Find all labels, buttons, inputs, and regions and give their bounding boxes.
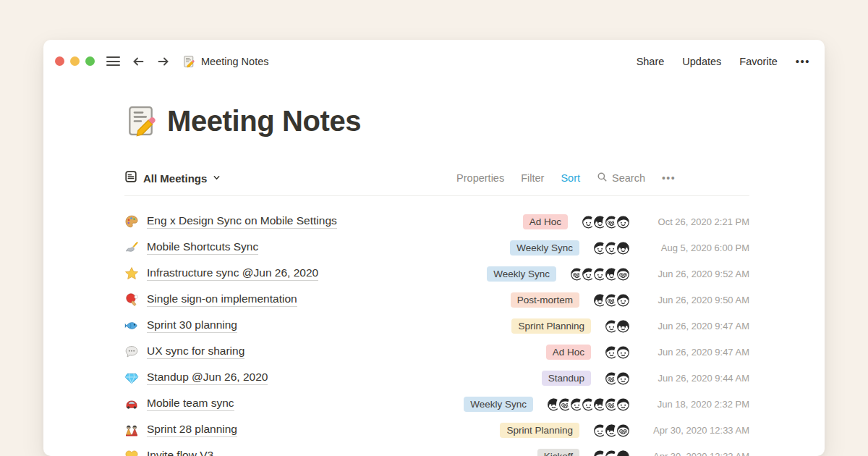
table-row[interactable]: UX sync for sharing Ad Hoc Jun 26, 2020 … (124, 339, 749, 365)
person-avatar (616, 449, 631, 456)
traffic-lights (55, 56, 95, 66)
zoom-window-button[interactable] (85, 56, 95, 66)
speech-balloon-icon (124, 345, 139, 359)
memo-icon (182, 55, 195, 68)
meeting-title-link[interactable]: Single sign-on implementation (147, 292, 297, 307)
attendee-avatars (592, 292, 631, 308)
table-row[interactable]: Sprint 30 planning Sprint Planning Jun 2… (124, 313, 749, 339)
sort-button[interactable]: Sort (561, 172, 580, 184)
sidebar-menu-icon[interactable] (106, 56, 120, 66)
attendee-avatars (592, 449, 631, 456)
person-avatar (616, 240, 631, 256)
search-button[interactable]: Search (597, 172, 645, 185)
person-avatar (616, 214, 631, 229)
gem-icon (124, 371, 139, 385)
created-date: Apr 30, 2020 12:33 AM (641, 425, 749, 436)
meeting-title-link[interactable]: Sprint 30 planning (147, 318, 237, 333)
type-tag[interactable]: Weekly Sync (487, 266, 556, 282)
palette-icon (124, 214, 139, 229)
new-button-label[interactable]: New (692, 168, 730, 188)
created-date: Oct 26, 2020 2:21 PM (641, 216, 749, 227)
meeting-title-link[interactable]: UX sync for sharing (147, 345, 244, 359)
created-date: Jun 26, 2020 9:44 AM (641, 373, 749, 384)
created-date: Jun 18, 2020 2:32 PM (641, 399, 749, 410)
page-header: Meeting Notes (124, 104, 749, 138)
breadcrumb-page-title[interactable]: Meeting Notes (201, 56, 269, 67)
meeting-title-link[interactable]: Infrastructure sync @Jun 26, 2020 (147, 266, 318, 281)
chevron-down-icon (213, 172, 221, 185)
car-icon (124, 397, 139, 411)
person-avatar (616, 371, 631, 386)
type-tag[interactable]: Ad Hoc (546, 345, 591, 360)
created-date: Jun 26, 2020 9:47 AM (641, 347, 749, 358)
type-tag[interactable]: Ad Hoc (523, 214, 568, 229)
toolbar-more-icon[interactable]: ••• (662, 172, 676, 184)
view-switcher[interactable]: All Meetings (124, 170, 221, 186)
created-date: Jun 26, 2020 9:50 AM (641, 295, 749, 305)
attendee-avatars (546, 397, 631, 412)
meeting-title-link[interactable]: Mobile team sync (147, 397, 234, 411)
ping-pong-icon (124, 292, 139, 307)
attendee-avatars (604, 345, 631, 360)
meetings-list: Eng x Design Sync on Mobile Settings Ad … (124, 208, 749, 456)
page-memo-icon (124, 104, 158, 138)
person-avatar (616, 397, 631, 412)
dolls-icon (124, 423, 139, 437)
table-row[interactable]: Infrastructure sync @Jun 26, 2020 Weekly… (124, 261, 749, 287)
table-row[interactable]: Mobile team sync Weekly Sync Jun 18, 202… (124, 391, 749, 417)
star-icon (124, 266, 139, 281)
favorite-button[interactable]: Favorite (739, 56, 777, 67)
toolbar-divider (124, 195, 749, 196)
table-row[interactable]: Eng x Design Sync on Mobile Settings Ad … (124, 208, 749, 235)
new-button-chevron-icon[interactable] (731, 168, 749, 188)
table-row[interactable]: Standup @Jun 26, 2020 Standup Jun 26, 20… (124, 365, 749, 391)
attendee-avatars (592, 423, 631, 438)
person-avatar (616, 423, 631, 438)
attendee-avatars (569, 266, 631, 282)
minimize-window-button[interactable] (70, 56, 80, 66)
table-row[interactable]: Single sign-on implementation Post-morte… (124, 287, 749, 313)
attendee-avatars (581, 214, 631, 229)
attendee-avatars (604, 371, 631, 386)
attendee-avatars (592, 240, 631, 256)
person-avatar (616, 318, 631, 334)
topbar-actions: Share Updates Favorite ••• (637, 56, 810, 67)
database-toolbar: All Meetings Properties Filter Sort Sear… (124, 167, 749, 189)
attendee-avatars (604, 318, 631, 334)
type-tag[interactable]: Sprint Planning (511, 318, 591, 334)
search-label: Search (612, 172, 645, 184)
share-button[interactable]: Share (637, 56, 665, 67)
heart-icon (124, 449, 139, 456)
type-tag[interactable]: Standup (542, 371, 591, 386)
type-tag[interactable]: Weekly Sync (464, 397, 533, 412)
more-options-icon[interactable]: ••• (796, 56, 810, 67)
type-tag[interactable]: Kickoff (537, 449, 579, 456)
type-tag[interactable]: Sprint Planning (500, 423, 579, 438)
type-tag[interactable]: Post-mortem (511, 292, 579, 308)
search-icon (597, 172, 608, 185)
new-button[interactable]: New (692, 168, 749, 188)
filter-button[interactable]: Filter (521, 172, 544, 184)
forward-arrow-icon[interactable] (156, 54, 171, 69)
created-date: Apr 30, 2020 12:32 AM (641, 451, 749, 456)
app-window: Meeting Notes Share Updates Favorite •••… (43, 40, 825, 456)
type-tag[interactable]: Weekly Sync (510, 240, 579, 256)
meeting-title-link[interactable]: Sprint 28 planning (147, 423, 237, 437)
properties-button[interactable]: Properties (456, 172, 504, 184)
meeting-title-link[interactable]: Invite flow V3 (147, 449, 213, 456)
meeting-title-link[interactable]: Mobile Shortcuts Sync (147, 240, 258, 255)
meeting-title-link[interactable]: Standup @Jun 26, 2020 (147, 371, 268, 385)
table-row[interactable]: Sprint 28 planning Sprint Planning Apr 3… (124, 417, 749, 443)
paintbrush-icon (124, 240, 139, 255)
back-arrow-icon[interactable] (131, 54, 145, 69)
fish-icon (124, 318, 139, 333)
table-row[interactable]: Mobile Shortcuts Sync Weekly Sync Aug 5,… (124, 235, 749, 261)
updates-button[interactable]: Updates (682, 56, 721, 67)
view-switcher-label: All Meetings (143, 172, 207, 185)
close-window-button[interactable] (55, 56, 64, 66)
table-row[interactable]: Invite flow V3 Kickoff Apr 30, 2020 12:3… (124, 443, 749, 456)
created-date: Aug 5, 2020 6:00 PM (641, 242, 749, 253)
meeting-title-link[interactable]: Eng x Design Sync on Mobile Settings (147, 214, 337, 229)
person-avatar (616, 292, 631, 308)
page-title: Meeting Notes (167, 105, 361, 138)
